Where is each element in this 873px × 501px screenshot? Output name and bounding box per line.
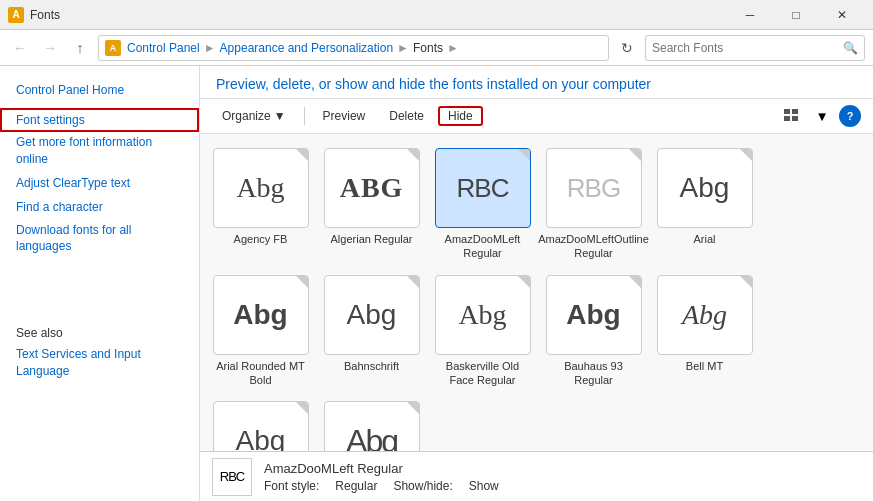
sidebar-item-download-fonts[interactable]: Download fonts for all languages [0, 219, 199, 259]
font-card-berlin-sans: Abg [213, 401, 309, 451]
font-item-arial-rounded[interactable]: Abg Arial Rounded MT Bold [208, 271, 313, 392]
font-item-amazdoomleft-outline[interactable]: RBG AmazDooMLeftOutline Regular [541, 144, 646, 265]
font-item-amazdoomleft-regular[interactable]: RBC AmazDooMLeft Regular [430, 144, 535, 265]
folder-icon: A [105, 40, 121, 56]
up-button[interactable]: ↑ [68, 36, 92, 60]
app-icon: A [8, 7, 24, 23]
view-button[interactable] [779, 105, 805, 127]
help-button[interactable]: ? [839, 105, 861, 127]
font-name-bell-mt: Bell MT [686, 359, 723, 373]
breadcrumb-appearance[interactable]: Appearance and Personalization [220, 41, 393, 55]
main-layout: Control Panel Home Font settings Get mor… [0, 66, 873, 501]
font-item-berlin-sans[interactable]: Abg Berlin Sans FB [208, 397, 313, 451]
breadcrumb-control-panel[interactable]: Control Panel [127, 41, 200, 55]
font-item-bahnschrift[interactable]: Abg Bahnschrift [319, 271, 424, 392]
status-font-preview: RBC [212, 458, 252, 496]
sidebar-item-adjust-cleartype[interactable]: Adjust ClearType text [0, 171, 199, 195]
see-also-label: See also [0, 318, 199, 343]
status-bar: RBC AmazDooMLeft Regular Font style: Reg… [200, 451, 873, 501]
font-card-algerian-regular: ABG [324, 148, 420, 228]
breadcrumb-fonts: Fonts [413, 41, 443, 55]
sidebar-item-control-panel-home[interactable]: Control Panel Home [0, 78, 199, 102]
hide-button[interactable]: Hide [438, 106, 483, 126]
font-grid-container[interactable]: Abg Agency FB ABG Algerian Regular [200, 134, 873, 451]
search-input[interactable] [652, 41, 843, 55]
font-name-arial-rounded: Arial Rounded MT Bold [212, 359, 309, 388]
svg-rect-2 [784, 116, 790, 121]
content-area: Preview, delete, or show and hide the fo… [200, 66, 873, 501]
header-title: Preview, delete, or show and hide the fo… [216, 76, 651, 92]
font-name-bauhaus-93: Bauhaus 93 Regular [545, 359, 642, 388]
font-card-bauhaus-93: Abg [546, 275, 642, 355]
font-grid: Abg Agency FB ABG Algerian Regular [208, 144, 865, 451]
font-item-bell-mt[interactable]: Abg Bell MT [652, 271, 757, 392]
status-show-hide-label: Show/hide: [393, 479, 452, 493]
preview-button[interactable]: Preview [313, 106, 376, 126]
search-box[interactable]: 🔍 [645, 35, 865, 61]
maximize-button[interactable]: □ [773, 0, 819, 30]
title-bar-text: Fonts [30, 8, 60, 22]
font-name-amazdoomleft-regular: AmazDooMLeft Regular [434, 232, 531, 261]
organize-dropdown-icon: ▼ [274, 109, 286, 123]
status-font-style-label: Font style: [264, 479, 319, 493]
status-font-name: AmazDooMLeft Regular [264, 461, 499, 476]
font-card-bell-mt: Abg [657, 275, 753, 355]
title-bar: A Fonts ─ □ ✕ [0, 0, 873, 30]
font-card-arial-rounded: Abg [213, 275, 309, 355]
status-font-style-value: Regular [335, 479, 377, 493]
font-item-agency-fb[interactable]: Abg Agency FB [208, 144, 313, 265]
toolbar: Organize ▼ Preview Delete Hide ▼ ? [200, 99, 873, 134]
toolbar-right: ▼ ? [779, 105, 861, 127]
search-icon: 🔍 [843, 41, 858, 55]
view-dropdown-button[interactable]: ▼ [809, 105, 835, 127]
minimize-button[interactable]: ─ [727, 0, 773, 30]
content-header: Preview, delete, or show and hide the fo… [200, 66, 873, 99]
font-name-amazdoomleft-outline: AmazDooMLeftOutline Regular [538, 232, 649, 261]
font-item-algerian-regular[interactable]: ABG Algerian Regular [319, 144, 424, 265]
address-bar: ← → ↑ A Control Panel ► Appearance and P… [0, 30, 873, 66]
view-icon [784, 109, 800, 123]
sidebar-item-find-character[interactable]: Find a character [0, 195, 199, 219]
status-info: AmazDooMLeft Regular Font style: Regular… [264, 461, 499, 493]
window-controls: ─ □ ✕ [727, 0, 865, 30]
svg-rect-1 [792, 109, 798, 114]
forward-button[interactable]: → [38, 36, 62, 60]
font-item-baskerville[interactable]: Abg Baskerville Old Face Regular [430, 271, 535, 392]
svg-rect-3 [792, 116, 798, 121]
font-item-arial[interactable]: Abg Arial [652, 144, 757, 265]
back-button[interactable]: ← [8, 36, 32, 60]
font-card-baskerville: Abg [435, 275, 531, 355]
font-card-agency-fb: Abg [213, 148, 309, 228]
svg-rect-0 [784, 109, 790, 114]
breadcrumb-bar[interactable]: A Control Panel ► Appearance and Persona… [98, 35, 609, 61]
refresh-button[interactable]: ↻ [615, 36, 639, 60]
font-card-amazdoomleft-outline: RBG [546, 148, 642, 228]
font-card-amazdoomleft-regular: RBC [435, 148, 531, 228]
font-item-bernard-mt[interactable]: Abg Bernard MT Condensed [319, 397, 424, 451]
address-right: ↻ 🔍 [615, 35, 865, 61]
font-card-bernard-mt: Abg [324, 401, 420, 451]
status-show-hide-value: Show [469, 479, 499, 493]
font-name-agency-fb: Agency FB [234, 232, 288, 246]
font-item-bauhaus-93[interactable]: Abg Bauhaus 93 Regular [541, 271, 646, 392]
font-name-arial: Arial [693, 232, 715, 246]
delete-button[interactable]: Delete [379, 106, 434, 126]
font-card-arial: Abg [657, 148, 753, 228]
sidebar: Control Panel Home Font settings Get mor… [0, 66, 200, 501]
font-card-bahnschrift: Abg [324, 275, 420, 355]
status-details: Font style: Regular Show/hide: Show [264, 479, 499, 493]
font-name-baskerville: Baskerville Old Face Regular [434, 359, 531, 388]
close-button[interactable]: ✕ [819, 0, 865, 30]
sidebar-item-text-services[interactable]: Text Services and Input Language [0, 343, 199, 383]
font-name-algerian-regular: Algerian Regular [331, 232, 413, 246]
toolbar-separator [304, 107, 305, 125]
font-name-bahnschrift: Bahnschrift [344, 359, 399, 373]
sidebar-item-font-settings[interactable]: Font settings [0, 108, 199, 132]
sidebar-item-more-font-info[interactable]: Get more font information online [0, 132, 199, 171]
organize-button[interactable]: Organize ▼ [212, 106, 296, 126]
